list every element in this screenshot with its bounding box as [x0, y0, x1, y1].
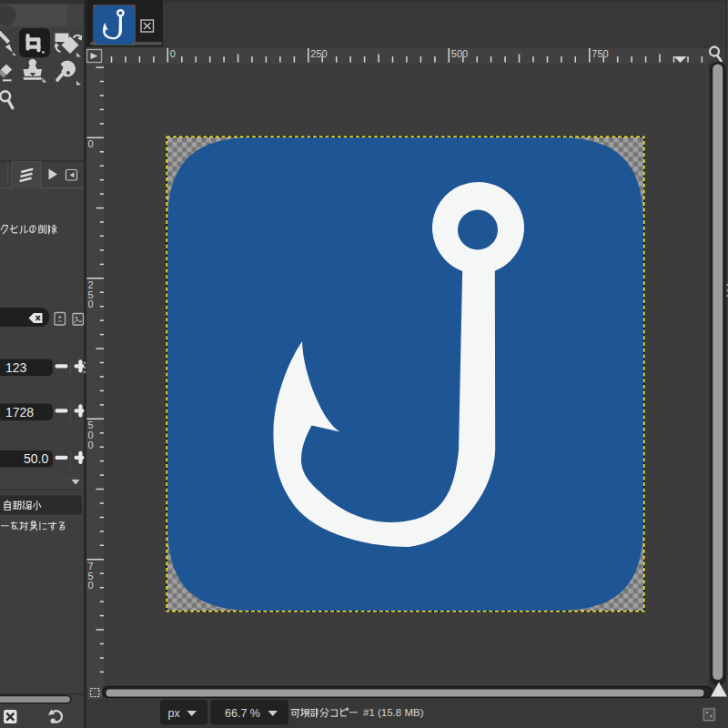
- svg-text:0: 0: [170, 48, 176, 59]
- svg-text:500: 500: [451, 48, 468, 59]
- svg-text:#1 (15.8 MB): #1 (15.8 MB): [363, 707, 424, 718]
- svg-text:750: 750: [88, 561, 94, 591]
- svg-text:750: 750: [592, 48, 608, 59]
- svg-text:500: 500: [88, 420, 94, 450]
- svg-text:250: 250: [310, 48, 327, 59]
- svg-text:123: 123: [5, 360, 27, 375]
- svg-text:250: 250: [88, 279, 94, 309]
- svg-text:50.0: 50.0: [24, 451, 48, 466]
- svg-text:0: 0: [88, 138, 94, 149]
- svg-text:1728: 1728: [5, 405, 34, 420]
- svg-text:px: px: [168, 707, 181, 720]
- svg-text:66.7 %: 66.7 %: [225, 707, 260, 720]
